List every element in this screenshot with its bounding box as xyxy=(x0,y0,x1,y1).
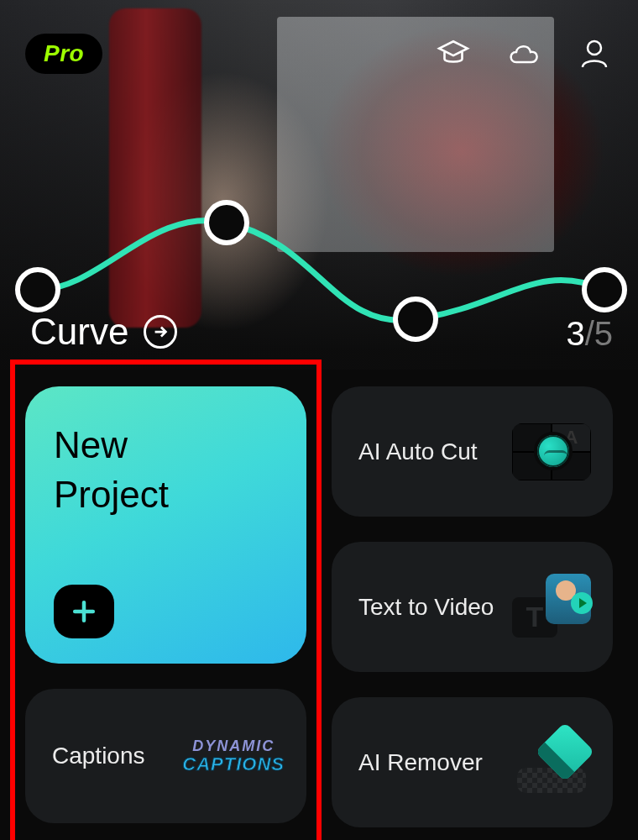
text-to-video-label: Text to Video xyxy=(358,594,494,621)
cards-grid: New Project Captions DYNAMIC CAPTIONS AI… xyxy=(0,386,638,840)
svg-point-4 xyxy=(584,270,625,310)
ai-auto-cut-label: AI Auto Cut xyxy=(358,438,478,465)
academy-icon[interactable] xyxy=(435,35,472,72)
hero-banner: Pro xyxy=(0,0,638,370)
svg-point-1 xyxy=(18,270,58,310)
left-column: New Project Captions DYNAMIC CAPTIONS xyxy=(25,386,306,840)
cloud-icon[interactable] xyxy=(505,35,542,72)
captions-card[interactable]: Captions DYNAMIC CAPTIONS xyxy=(25,689,306,823)
curve-label-row: Curve xyxy=(30,311,177,353)
counter-current: 3 xyxy=(566,315,584,352)
ai-remover-label: AI Remover xyxy=(358,749,483,776)
curve-label-text: Curve xyxy=(30,311,128,353)
new-project-card[interactable]: New Project xyxy=(25,386,306,664)
profile-icon[interactable] xyxy=(576,35,613,72)
text-to-video-card[interactable]: Text to Video T xyxy=(332,542,613,672)
ai-remover-card[interactable]: AI Remover xyxy=(332,697,613,827)
dynamic-captions-icon: DYNAMIC CAPTIONS xyxy=(182,738,285,774)
captions-label: Captions xyxy=(52,743,145,769)
top-bar: Pro xyxy=(0,0,638,74)
plus-icon xyxy=(54,585,114,638)
svg-point-2 xyxy=(207,202,247,243)
svg-point-3 xyxy=(395,299,436,339)
text-to-video-icon: T xyxy=(512,574,591,641)
counter-total: /5 xyxy=(585,315,613,352)
ai-auto-cut-icon: A xyxy=(512,418,591,486)
ai-auto-cut-card[interactable]: AI Auto Cut A xyxy=(332,386,613,517)
top-icons xyxy=(435,35,613,72)
new-project-label: New Project xyxy=(54,420,278,520)
arrow-right-icon[interactable] xyxy=(144,315,177,349)
svg-point-0 xyxy=(588,41,601,55)
ai-remover-icon xyxy=(512,729,591,796)
right-column: AI Auto Cut A Text to Video T AI Remover xyxy=(332,386,613,840)
pro-badge[interactable]: Pro xyxy=(25,34,102,74)
slide-counter: 3/5 xyxy=(566,315,613,353)
